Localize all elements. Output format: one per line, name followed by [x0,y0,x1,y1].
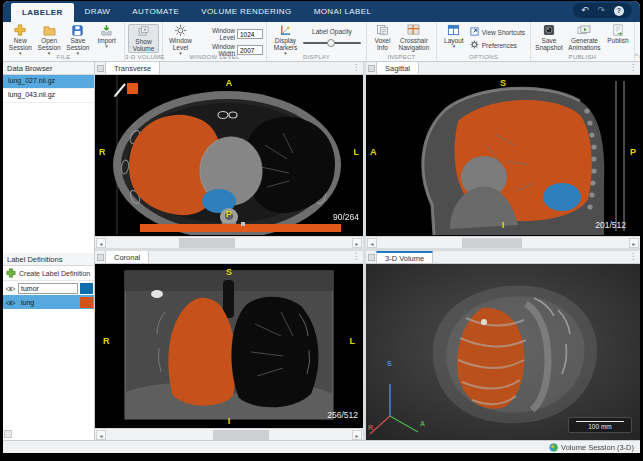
label-row-tumor[interactable]: tumor [3,281,94,295]
show-volume-toggle[interactable]: Show Volume [128,24,159,53]
session-type-icon [549,443,558,452]
crosshair-navigation-icon [407,24,420,36]
crosshair-navigation-button[interactable]: Crosshair Navigation [395,24,433,51]
pane-menu-icon[interactable]: ⋮ [629,63,637,72]
tab-monai-label[interactable]: MONAI LABEL [303,1,383,22]
tab-volume-rendering[interactable]: VOLUME RENDERING [190,1,302,22]
label-opacity-slider[interactable] [303,38,361,48]
label-opacity-control: Label Opacity [303,28,361,48]
tab-automate[interactable]: AUTOMATE [121,1,190,22]
redo-icon[interactable]: ↷ [597,3,605,18]
layout-button[interactable]: Layout ▾ [440,24,468,49]
transverse-slice-scrollbar[interactable]: ◂ ▸ [95,236,363,248]
display-markers-icon [279,24,292,36]
generate-animations-button[interactable]: Generate Animations [564,24,605,51]
label-name-field[interactable]: tumor [18,283,78,294]
group-file: New Session ▾ Open Session ▾ Save Sessio… [3,22,125,61]
medical-image-labeler-window: LABELER DRAW AUTOMATE VOLUME RENDERING M… [3,1,640,453]
publish-icon [612,24,624,36]
sidebar: Data Browser lung_027.nii.gz lung_043.ni… [3,62,95,440]
voxel-info-icon [376,24,389,36]
volume-3d-tabstrip: 3-D Volume ⋮ [366,251,640,264]
window-level-label: Window Level [197,27,235,41]
volume-3d-tab[interactable]: 3-D Volume [376,251,433,263]
pane-small-icon [97,65,104,72]
pane-small-icon [368,65,375,72]
scroll-left-arrow[interactable]: ◂ [96,238,106,248]
scroll-left-arrow[interactable]: ◂ [367,238,377,248]
current-slice-marker [241,222,245,226]
tab-draw[interactable]: DRAW [74,1,122,22]
sagittal-slice-scrollbar[interactable]: ◂ ▸ [366,236,640,248]
create-label-definition-button[interactable]: Create Label Definition [3,266,94,281]
pane-menu-icon[interactable]: ⋮ [352,252,360,261]
sagittal-tab[interactable]: Sagittal [376,62,419,74]
transverse-tab[interactable]: Transverse [105,62,160,74]
orientation-label-superior: S [226,267,232,277]
label-opacity-slider-thumb[interactable] [327,39,335,47]
volume-3d-pane: 3-D Volume ⋮ [366,251,640,440]
open-session-button[interactable]: Open Session ▾ [35,24,64,56]
labeled-slices-range-bar[interactable] [140,224,341,232]
tab-labeler[interactable]: LABELER [11,3,74,22]
coronal-slice-number: 256/512 [327,410,358,420]
label-color-swatch[interactable] [80,297,93,308]
scroll-right-arrow[interactable]: ▸ [629,238,639,248]
coronal-ct-image [95,264,363,428]
scroll-right-arrow[interactable]: ▸ [352,430,362,440]
scale-bar-label: 100 mm [588,423,611,430]
preferences-button[interactable]: Preferences [470,40,525,50]
orientation-label-inferior: I [502,220,505,230]
orientation-label-superior: S [500,78,506,88]
export-button[interactable]: Export ▾ [638,24,640,49]
save-session-button[interactable]: Save Session ▾ [64,24,93,56]
volume-3d-viewport[interactable]: S R A 100 mm [366,264,640,440]
sagittal-viewport[interactable]: S A P I 201/512 [366,75,640,235]
sidebar-scroll-handle[interactable] [4,430,12,438]
data-browser-item[interactable]: lung_043.nii.gz [3,89,94,103]
window-level-button[interactable]: Window Level ▾ [166,24,195,56]
coronal-slice-scrollbar[interactable]: ◂ ▸ [95,428,363,440]
import-button[interactable]: Import ▾ [92,24,121,49]
view-shortcuts-icon [470,27,479,37]
publish-button[interactable]: Publish [605,24,631,44]
scrollbar-thumb[interactable] [213,430,269,440]
open-session-icon [43,24,56,36]
save-snapshot-button[interactable]: Save Snapshot [534,24,564,51]
label-row-lung[interactable]: lung [3,295,94,309]
scroll-left-arrow[interactable]: ◂ [96,430,106,440]
view-shortcuts-button[interactable]: View Shortcuts [470,27,525,37]
window-level-fields: Window Level Window Width [197,27,263,57]
paintbrush-cursor-icon [113,80,143,98]
transverse-slice-number: 90/264 [333,212,359,222]
coronal-viewport[interactable]: S R L I 256/512 [95,264,363,428]
coronal-pane: Coronal ⋮ S R [95,251,363,440]
volume-3d-rendering [366,264,640,440]
show-volume-icon [137,25,150,37]
orientation-label-right: R [99,147,106,157]
undo-icon[interactable]: ↶ [581,3,589,18]
scrollbar-thumb[interactable] [462,238,522,248]
help-icon[interactable]: ? [614,6,624,16]
new-session-button[interactable]: New Session ▾ [6,24,35,56]
transverse-viewport[interactable]: A R L P 90/264 [95,75,363,235]
toolstrip-tabs: LABELER DRAW AUTOMATE VOLUME RENDERING M… [11,1,382,22]
label-name[interactable]: lung [18,299,78,306]
visibility-eye-icon[interactable] [5,293,16,311]
label-opacity-label: Label Opacity [312,28,352,35]
pane-menu-icon[interactable]: ⋮ [352,63,360,72]
options-stack: View Shortcuts Preferences [470,27,525,50]
data-browser-item[interactable]: lung_027.nii.gz [3,75,94,89]
label-color-swatch[interactable] [80,283,93,294]
window-level-input[interactable] [237,29,263,39]
scrollbar-thumb[interactable] [179,238,235,248]
voxel-info-button[interactable]: Voxel Info [370,24,395,51]
pane-menu-icon[interactable]: ⋮ [629,252,637,261]
group-window-level: Window Level ▾ Window Level Window Width… [163,22,267,61]
transverse-pane: Transverse ⋮ [95,62,363,248]
display-markers-button[interactable]: Display Markers ▾ [270,24,301,56]
coronal-tab[interactable]: Coronal [105,251,149,263]
sagittal-slice-number: 201/512 [595,220,626,230]
scroll-right-arrow[interactable]: ▸ [352,238,362,248]
collapse-toolstrip-icon[interactable]: ^ [635,52,638,59]
